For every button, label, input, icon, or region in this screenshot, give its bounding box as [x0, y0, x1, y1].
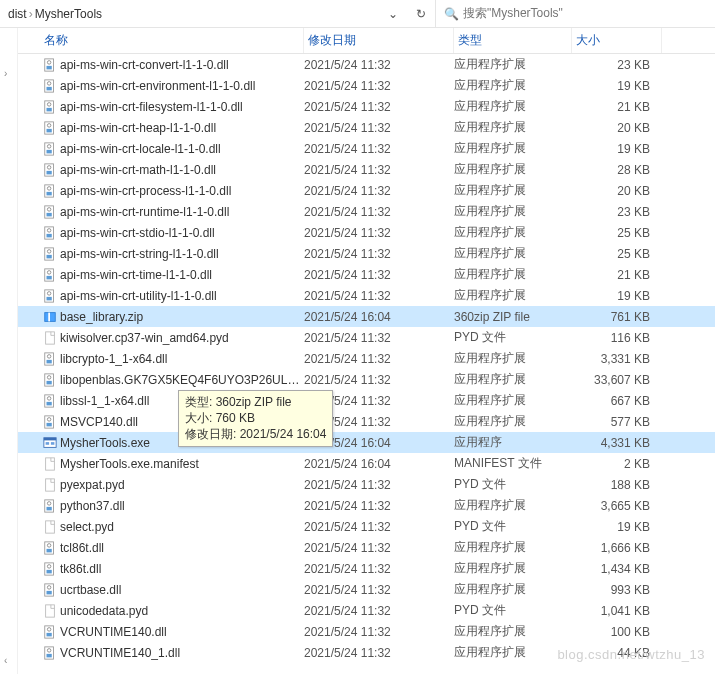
file-date: 2021/5/24 11:32	[304, 142, 454, 156]
file-name: api-ms-win-crt-utility-l1-1-0.dll	[60, 289, 304, 303]
file-row[interactable]: libopenblas.GK7GX5KEQ4F6UYO3P26ULGBQYHGQ…	[18, 369, 715, 390]
breadcrumb[interactable]: dist › MysherTools	[0, 0, 110, 27]
file-row[interactable]: api-ms-win-crt-math-l1-1-0.dll2021/5/24 …	[18, 159, 715, 180]
dll-icon	[40, 100, 60, 114]
dll-icon	[40, 625, 60, 639]
file-date: 2021/5/24 11:32	[304, 604, 454, 618]
file-type: 应用程序扩展	[454, 161, 572, 178]
file-row[interactable]: api-ms-win-crt-convert-l1-1-0.dll2021/5/…	[18, 54, 715, 75]
file-row[interactable]: tcl86t.dll2021/5/24 11:32应用程序扩展1,666 KB	[18, 537, 715, 558]
file-size: 188 KB	[572, 478, 662, 492]
nav-tree-strip: › ‹	[0, 28, 18, 674]
svg-rect-38	[46, 331, 55, 343]
file-icon	[40, 604, 60, 618]
file-type: MANIFEST 文件	[454, 455, 572, 472]
svg-rect-34	[47, 296, 52, 300]
column-date[interactable]: 修改日期	[304, 28, 454, 53]
file-date: 2021/5/24 11:32	[304, 646, 454, 660]
svg-rect-25	[47, 233, 52, 237]
file-size: 4,331 KB	[572, 436, 662, 450]
file-icon	[40, 457, 60, 471]
file-row[interactable]: ucrtbase.dll2021/5/24 11:32应用程序扩展993 KB	[18, 579, 715, 600]
file-name: api-ms-win-crt-process-l1-1-0.dll	[60, 184, 304, 198]
file-size: 100 KB	[572, 625, 662, 639]
file-row[interactable]: api-ms-win-crt-stdio-l1-1-0.dll2021/5/24…	[18, 222, 715, 243]
file-row[interactable]: kiwisolver.cp37-win_amd64.pyd2021/5/24 1…	[18, 327, 715, 348]
file-row[interactable]: api-ms-win-crt-locale-l1-1-0.dll2021/5/2…	[18, 138, 715, 159]
svg-rect-70	[46, 604, 55, 616]
column-name[interactable]: 名称	[40, 28, 304, 53]
search-box[interactable]: 🔍 搜索"MysherTools"	[435, 0, 715, 27]
svg-rect-62	[47, 548, 52, 552]
file-row[interactable]: python37.dll2021/5/24 11:32应用程序扩展3,665 K…	[18, 495, 715, 516]
file-tooltip: 类型: 360zip ZIP file 大小: 760 KB 修改日期: 202…	[178, 390, 333, 447]
file-row[interactable]: MysherTools.exe.manifest2021/5/24 16:04M…	[18, 453, 715, 474]
file-row[interactable]: libssl-1_1-x64.dll2021/5/24 11:32应用程序扩展6…	[18, 390, 715, 411]
file-date: 2021/5/24 11:32	[304, 268, 454, 282]
file-row[interactable]: libcrypto-1_1-x64.dll2021/5/24 11:32应用程序…	[18, 348, 715, 369]
file-row[interactable]: api-ms-win-crt-process-l1-1-0.dll2021/5/…	[18, 180, 715, 201]
breadcrumb-parent[interactable]: dist	[8, 7, 27, 21]
svg-rect-75	[47, 653, 52, 657]
svg-rect-40	[47, 359, 52, 363]
file-type: 应用程序	[454, 434, 572, 451]
file-name: unicodedata.pyd	[60, 604, 304, 618]
file-row[interactable]: pyexpat.pyd2021/5/24 11:32PYD 文件188 KB	[18, 474, 715, 495]
svg-rect-54	[51, 442, 55, 445]
file-row[interactable]: VCRUNTIME140_1.dll2021/5/24 11:32应用程序扩展4…	[18, 642, 715, 663]
svg-rect-58	[47, 506, 52, 510]
file-size: 20 KB	[572, 184, 662, 198]
file-icon	[40, 331, 60, 345]
file-size: 761 KB	[572, 310, 662, 324]
file-row[interactable]: api-ms-win-crt-filesystem-l1-1-0.dll2021…	[18, 96, 715, 117]
column-size[interactable]: 大小	[572, 28, 662, 53]
svg-rect-60	[46, 520, 55, 532]
dll-icon	[40, 394, 60, 408]
file-type: 应用程序扩展	[454, 245, 572, 262]
dll-icon	[40, 583, 60, 597]
file-size: 19 KB	[572, 520, 662, 534]
file-size: 44 KB	[572, 646, 662, 660]
dll-icon	[40, 268, 60, 282]
dll-icon	[40, 226, 60, 240]
file-row[interactable]: api-ms-win-crt-environment-l1-1-0.dll202…	[18, 75, 715, 96]
file-name: api-ms-win-crt-locale-l1-1-0.dll	[60, 142, 304, 156]
dll-icon	[40, 205, 60, 219]
file-type: 应用程序扩展	[454, 224, 572, 241]
tooltip-type: 类型: 360zip ZIP file	[185, 394, 326, 410]
file-size: 20 KB	[572, 121, 662, 135]
file-row[interactable]: MysherTools.exe2021/5/24 16:04应用程序4,331 …	[18, 432, 715, 453]
column-type[interactable]: 类型	[454, 28, 572, 53]
file-row[interactable]: api-ms-win-crt-utility-l1-1-0.dll2021/5/…	[18, 285, 715, 306]
file-row[interactable]: base_library.zip2021/5/24 16:04360zip ZI…	[18, 306, 715, 327]
file-row[interactable]: api-ms-win-crt-time-l1-1-0.dll2021/5/24 …	[18, 264, 715, 285]
file-name: python37.dll	[60, 499, 304, 513]
chevron-left-icon[interactable]: ‹	[4, 655, 7, 666]
file-size: 25 KB	[572, 226, 662, 240]
chevron-right-icon[interactable]: ›	[4, 68, 7, 79]
file-type: 应用程序扩展	[454, 182, 572, 199]
file-name: api-ms-win-crt-environment-l1-1-0.dll	[60, 79, 304, 93]
file-type: 应用程序扩展	[454, 371, 572, 388]
refresh-button[interactable]: ↻	[407, 0, 435, 27]
file-row[interactable]: unicodedata.pyd2021/5/24 11:32PYD 文件1,04…	[18, 600, 715, 621]
file-row[interactable]: tk86t.dll2021/5/24 11:32应用程序扩展1,434 KB	[18, 558, 715, 579]
file-date: 2021/5/24 16:04	[304, 457, 454, 471]
refresh-icon: ↻	[416, 7, 426, 21]
breadcrumb-dropdown[interactable]: ⌄	[379, 0, 407, 27]
file-type: 应用程序扩展	[454, 266, 572, 283]
file-row[interactable]: VCRUNTIME140.dll2021/5/24 11:32应用程序扩展100…	[18, 621, 715, 642]
file-row[interactable]: MSVCP140.dll2021/5/24 11:32应用程序扩展577 KB	[18, 411, 715, 432]
file-row[interactable]: select.pyd2021/5/24 11:32PYD 文件19 KB	[18, 516, 715, 537]
file-row[interactable]: api-ms-win-crt-runtime-l1-1-0.dll2021/5/…	[18, 201, 715, 222]
file-name: api-ms-win-crt-math-l1-1-0.dll	[60, 163, 304, 177]
breadcrumb-current[interactable]: MysherTools	[35, 7, 102, 21]
file-date: 2021/5/24 11:32	[304, 226, 454, 240]
file-row[interactable]: api-ms-win-crt-string-l1-1-0.dll2021/5/2…	[18, 243, 715, 264]
file-name: select.pyd	[60, 520, 304, 534]
file-row[interactable]: api-ms-win-crt-heap-l1-1-0.dll2021/5/24 …	[18, 117, 715, 138]
svg-rect-16	[47, 170, 52, 174]
file-type: PYD 文件	[454, 602, 572, 619]
dll-icon	[40, 121, 60, 135]
dll-icon	[40, 79, 60, 93]
